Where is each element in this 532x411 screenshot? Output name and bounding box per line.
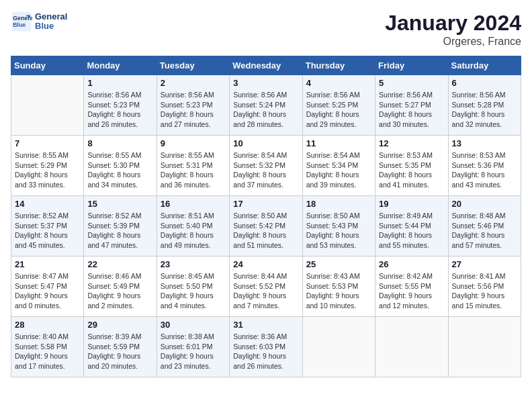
day-number: 1	[87, 78, 152, 88]
day-number: 17	[233, 199, 298, 209]
day-info: Sunrise: 8:55 AMSunset: 5:31 PMDaylight:…	[161, 150, 226, 190]
day-number: 22	[87, 259, 152, 269]
calendar-cell	[302, 317, 375, 377]
day-number: 19	[379, 199, 444, 209]
day-number: 30	[161, 320, 226, 330]
calendar-week-3: 14Sunrise: 8:52 AMSunset: 5:37 PMDayligh…	[11, 196, 521, 257]
calendar-cell: 24Sunrise: 8:44 AMSunset: 5:52 PMDayligh…	[230, 257, 302, 317]
day-number: 4	[306, 78, 371, 88]
day-info: Sunrise: 8:56 AMSunset: 5:27 PMDaylight:…	[379, 90, 444, 130]
day-number: 26	[379, 259, 444, 269]
day-number: 2	[161, 78, 226, 88]
page-header: General Blue General Blue January 2024 O…	[11, 11, 521, 48]
col-thursday: Thursday	[302, 56, 375, 75]
day-number: 15	[87, 199, 152, 209]
calendar-week-1: 1Sunrise: 8:56 AMSunset: 5:23 PMDaylight…	[11, 75, 521, 136]
day-info: Sunrise: 8:43 AMSunset: 5:53 PMDaylight:…	[306, 271, 371, 311]
day-info: Sunrise: 8:48 AMSunset: 5:46 PMDaylight:…	[452, 211, 517, 250]
calendar-cell: 11Sunrise: 8:54 AMSunset: 5:34 PMDayligh…	[302, 136, 375, 196]
calendar-cell: 14Sunrise: 8:52 AMSunset: 5:37 PMDayligh…	[11, 196, 84, 257]
calendar-cell: 25Sunrise: 8:43 AMSunset: 5:53 PMDayligh…	[302, 257, 375, 317]
day-number: 3	[233, 78, 298, 88]
day-number: 8	[87, 138, 152, 148]
day-info: Sunrise: 8:53 AMSunset: 5:36 PMDaylight:…	[452, 150, 517, 190]
day-number: 12	[379, 138, 444, 148]
day-info: Sunrise: 8:49 AMSunset: 5:44 PMDaylight:…	[379, 211, 444, 250]
calendar-cell: 18Sunrise: 8:50 AMSunset: 5:43 PMDayligh…	[302, 196, 375, 257]
calendar-cell: 16Sunrise: 8:51 AMSunset: 5:40 PMDayligh…	[157, 196, 229, 257]
day-info: Sunrise: 8:47 AMSunset: 5:47 PMDaylight:…	[15, 271, 80, 311]
day-number: 13	[452, 138, 517, 148]
title-block: January 2024 Orgeres, France	[385, 11, 521, 48]
day-number: 5	[379, 78, 444, 88]
calendar-cell: 28Sunrise: 8:40 AMSunset: 5:58 PMDayligh…	[11, 317, 84, 377]
calendar-week-5: 28Sunrise: 8:40 AMSunset: 5:58 PMDayligh…	[11, 317, 521, 377]
col-tuesday: Tuesday	[157, 56, 229, 75]
day-info: Sunrise: 8:50 AMSunset: 5:42 PMDaylight:…	[233, 211, 298, 250]
day-info: Sunrise: 8:36 AMSunset: 6:03 PMDaylight:…	[233, 332, 298, 371]
day-number: 11	[306, 138, 371, 148]
day-number: 21	[15, 259, 80, 269]
day-info: Sunrise: 8:52 AMSunset: 5:39 PMDaylight:…	[87, 211, 152, 250]
calendar-cell	[11, 75, 84, 136]
day-info: Sunrise: 8:53 AMSunset: 5:35 PMDaylight:…	[379, 150, 444, 190]
calendar-cell: 22Sunrise: 8:46 AMSunset: 5:49 PMDayligh…	[84, 257, 157, 317]
location: Orgeres, France	[385, 36, 521, 48]
calendar-cell: 3Sunrise: 8:56 AMSunset: 5:24 PMDaylight…	[230, 75, 302, 136]
calendar-cell: 23Sunrise: 8:45 AMSunset: 5:50 PMDayligh…	[157, 257, 229, 317]
day-number: 10	[233, 138, 298, 148]
day-info: Sunrise: 8:38 AMSunset: 6:01 PMDaylight:…	[161, 332, 226, 371]
day-info: Sunrise: 8:45 AMSunset: 5:50 PMDaylight:…	[161, 271, 226, 311]
calendar-cell: 13Sunrise: 8:53 AMSunset: 5:36 PMDayligh…	[448, 136, 521, 196]
day-info: Sunrise: 8:54 AMSunset: 5:34 PMDaylight:…	[306, 150, 371, 190]
day-number: 24	[233, 259, 298, 269]
col-wednesday: Wednesday	[230, 56, 302, 75]
day-info: Sunrise: 8:40 AMSunset: 5:58 PMDaylight:…	[15, 332, 80, 371]
day-number: 27	[452, 259, 517, 269]
day-info: Sunrise: 8:56 AMSunset: 5:23 PMDaylight:…	[87, 90, 152, 130]
col-saturday: Saturday	[448, 56, 521, 75]
calendar-cell: 30Sunrise: 8:38 AMSunset: 6:01 PMDayligh…	[157, 317, 229, 377]
day-number: 16	[161, 199, 226, 209]
day-info: Sunrise: 8:46 AMSunset: 5:49 PMDaylight:…	[87, 271, 152, 311]
day-number: 14	[15, 199, 80, 209]
col-sunday: Sunday	[11, 56, 84, 75]
calendar-cell: 21Sunrise: 8:47 AMSunset: 5:47 PMDayligh…	[11, 257, 84, 317]
calendar-header-row: Sunday Monday Tuesday Wednesday Thursday…	[11, 56, 521, 75]
calendar-cell: 29Sunrise: 8:39 AMSunset: 5:59 PMDayligh…	[84, 317, 157, 377]
day-info: Sunrise: 8:54 AMSunset: 5:32 PMDaylight:…	[233, 150, 298, 190]
calendar-cell: 7Sunrise: 8:55 AMSunset: 5:29 PMDaylight…	[11, 136, 84, 196]
day-number: 18	[306, 199, 371, 209]
month-title: January 2024	[385, 11, 521, 36]
day-number: 31	[233, 320, 298, 330]
day-info: Sunrise: 8:56 AMSunset: 5:28 PMDaylight:…	[452, 90, 517, 130]
calendar-cell: 4Sunrise: 8:56 AMSunset: 5:25 PMDaylight…	[302, 75, 375, 136]
calendar-table: Sunday Monday Tuesday Wednesday Thursday…	[11, 56, 521, 377]
calendar-week-2: 7Sunrise: 8:55 AMSunset: 5:29 PMDaylight…	[11, 136, 521, 196]
col-monday: Monday	[84, 56, 157, 75]
day-info: Sunrise: 8:39 AMSunset: 5:59 PMDaylight:…	[87, 332, 152, 371]
day-number: 25	[306, 259, 371, 269]
day-info: Sunrise: 8:56 AMSunset: 5:23 PMDaylight:…	[161, 90, 226, 130]
calendar-cell: 10Sunrise: 8:54 AMSunset: 5:32 PMDayligh…	[230, 136, 302, 196]
logo-blue: Blue	[35, 21, 67, 31]
calendar-cell: 12Sunrise: 8:53 AMSunset: 5:35 PMDayligh…	[375, 136, 448, 196]
calendar-cell	[375, 317, 448, 377]
calendar-cell: 8Sunrise: 8:55 AMSunset: 5:30 PMDaylight…	[84, 136, 157, 196]
day-number: 20	[452, 199, 517, 209]
logo: General Blue General Blue	[11, 11, 67, 32]
day-number: 7	[15, 138, 80, 148]
calendar-cell: 1Sunrise: 8:56 AMSunset: 5:23 PMDaylight…	[84, 75, 157, 136]
calendar-cell: 2Sunrise: 8:56 AMSunset: 5:23 PMDaylight…	[157, 75, 229, 136]
calendar-cell: 26Sunrise: 8:42 AMSunset: 5:55 PMDayligh…	[375, 257, 448, 317]
calendar-cell: 17Sunrise: 8:50 AMSunset: 5:42 PMDayligh…	[230, 196, 302, 257]
day-info: Sunrise: 8:52 AMSunset: 5:37 PMDaylight:…	[15, 211, 80, 250]
calendar-cell: 31Sunrise: 8:36 AMSunset: 6:03 PMDayligh…	[230, 317, 302, 377]
day-info: Sunrise: 8:42 AMSunset: 5:55 PMDaylight:…	[379, 271, 444, 311]
day-number: 23	[161, 259, 226, 269]
day-number: 28	[15, 320, 80, 330]
calendar-cell: 20Sunrise: 8:48 AMSunset: 5:46 PMDayligh…	[448, 196, 521, 257]
calendar-cell	[448, 317, 521, 377]
day-number: 6	[452, 78, 517, 88]
day-info: Sunrise: 8:41 AMSunset: 5:56 PMDaylight:…	[452, 271, 517, 311]
